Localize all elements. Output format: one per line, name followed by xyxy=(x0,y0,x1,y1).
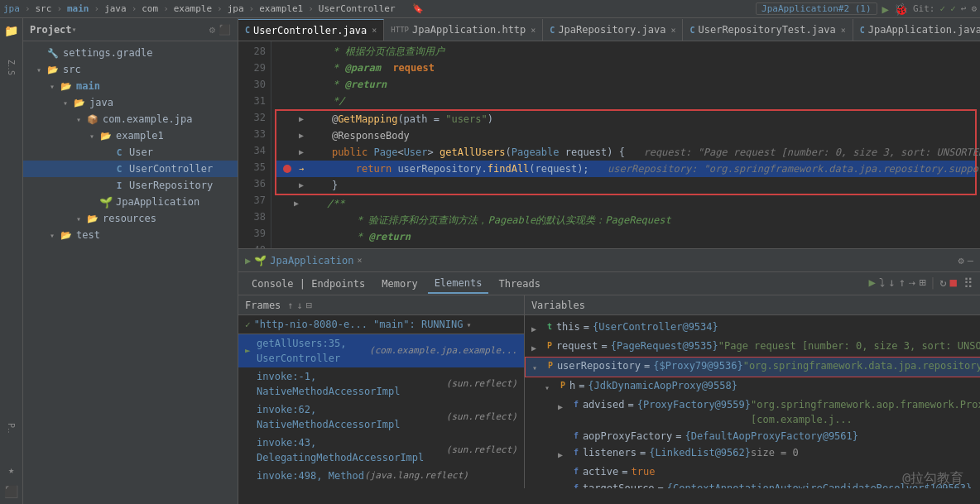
sidebar-item-test[interactable]: ▾ 📂 test xyxy=(23,227,238,243)
debug-subtab-console[interactable]: Console | Endpoints xyxy=(245,274,372,294)
undo-icon[interactable]: ↩ xyxy=(961,3,967,14)
step-into-icon[interactable]: ↓ xyxy=(888,276,895,291)
tab-close-icon[interactable]: × xyxy=(670,26,675,35)
subtab-label: Console | Endpoints xyxy=(252,278,365,290)
breadcrumb-example[interactable]: example xyxy=(174,3,212,14)
code-content[interactable]: * 根据分页信息查询用户 * @param request * @return xyxy=(271,41,980,248)
var-advised[interactable]: ▶ f advised = {ProxyFactory@9559} "org.s… xyxy=(525,396,980,428)
structure-icon[interactable]: Z‥S xyxy=(3,43,20,93)
frame-item[interactable]: invoke:-1, NativeMethodAccessorImpl (sun… xyxy=(238,367,524,401)
breadcrumb-example1[interactable]: example1 xyxy=(259,3,303,14)
breadcrumb-jpa[interactable]: jpa xyxy=(3,3,20,14)
evaluate-icon[interactable]: ⊞ xyxy=(919,276,925,291)
sidebar-item-resources[interactable]: ▾ 📂 resources xyxy=(23,210,238,227)
git-check[interactable]: ✓ xyxy=(940,3,946,14)
sidebar-item-jpaapp[interactable]: 🌱 JpaApplication xyxy=(23,194,238,210)
var-listeners[interactable]: ▶ f listeners = {LinkedList@9562} size =… xyxy=(525,444,980,463)
tab-close-icon[interactable]: × xyxy=(372,26,377,35)
run-cursor-icon[interactable]: ⇢ xyxy=(909,276,915,291)
more-icon[interactable]: ⠿ xyxy=(963,276,973,291)
step-over-icon[interactable]: ⤵ xyxy=(879,276,885,291)
tab-usercontroller[interactable]: C UserController.java × xyxy=(238,19,384,41)
persistence-icon[interactable]: P‥ xyxy=(2,400,21,458)
sidebar-layout-icon[interactable]: ⬛ xyxy=(219,24,231,36)
frames-toolbar: ↑ ↓ ⊟ xyxy=(287,300,312,311)
tab-icon: C xyxy=(245,26,250,35)
frame-item[interactable]: doInvoke:190, InvocableHandlerMethod (or… xyxy=(238,485,524,488)
sidebar-item-java[interactable]: ▾ 📂 java xyxy=(23,94,238,111)
sidebar-item-package[interactable]: ▾ 📦 com.example.jpa xyxy=(23,111,238,127)
tab-icon: HTTP xyxy=(391,26,409,34)
thread-dropdown-icon[interactable]: ▾ xyxy=(467,320,472,329)
run-button[interactable]: ▶ xyxy=(882,2,889,16)
folder-icon: 📂 xyxy=(60,228,73,242)
tab-jpaapplication[interactable]: C JpaApplication.java × xyxy=(853,19,980,41)
frame-item[interactable]: invoke:43, DelegatingMethodAccessorImpl … xyxy=(238,434,524,467)
sidebar-item-main[interactable]: ▾ 📂 main xyxy=(23,78,238,94)
breadcrumb-jpa2[interactable]: jpa xyxy=(228,3,244,14)
stop-icon[interactable]: ■ xyxy=(950,276,957,291)
thread-check-icon: ✓ xyxy=(245,319,251,330)
var-this[interactable]: ▶ t this = {UserController@9534} xyxy=(525,319,980,338)
folder-icon: 📂 xyxy=(73,96,86,109)
sidebar-item-label: settings.gradle xyxy=(63,47,152,59)
tab-jpaapp-http[interactable]: HTTP JpaApplication.http × xyxy=(384,19,543,41)
breadcrumb-src[interactable]: src xyxy=(36,3,52,14)
git-check2[interactable]: ✓ xyxy=(950,3,956,14)
settings-icon2[interactable]: ⚙ xyxy=(958,255,964,266)
rerun-icon[interactable]: ↻ xyxy=(939,276,946,291)
var-aopproxyfactory[interactable]: f aopProxyFactory = {DefaultAopProxyFact… xyxy=(525,428,980,444)
var-h[interactable]: ▾ P h = {JdkDynamicAopProxy@9558} xyxy=(525,377,980,396)
breadcrumb-usercontroller[interactable]: UserController xyxy=(319,3,396,14)
debug-subtab-memory[interactable]: Memory xyxy=(375,274,424,294)
frame-item[interactable]: ► getAllUsers:35, UserController (com.ex… xyxy=(238,334,524,367)
debug-button[interactable]: 🐞 xyxy=(894,2,908,16)
tab-close-icon[interactable]: × xyxy=(841,26,846,35)
editor-tabs: C UserController.java × HTTP JpaApplicat… xyxy=(238,18,980,41)
debug-close-icon[interactable]: × xyxy=(357,256,362,265)
breadcrumb-com[interactable]: com xyxy=(142,3,158,14)
var-type-icon: P xyxy=(556,378,569,393)
frame-item[interactable]: invoke:498, Method (java.lang.reflect) xyxy=(238,467,524,485)
tab-label: UserRepositoryTest.java xyxy=(698,24,835,36)
breadcrumb-main[interactable]: main xyxy=(67,3,89,14)
minimize-icon[interactable]: — xyxy=(968,255,973,266)
resume-icon[interactable]: ▶ xyxy=(869,276,876,291)
code-line-39: * @return xyxy=(271,228,980,245)
tab-icon: C xyxy=(550,26,555,35)
terminal-icon[interactable]: ⬛ xyxy=(2,482,21,501)
up-icon[interactable]: ↑ xyxy=(287,300,293,311)
tab-userrepotest[interactable]: C UserRepositoryTest.java × xyxy=(683,19,853,41)
var-request[interactable]: ▶ P request = {PageRequest@9535} "Page r… xyxy=(525,338,980,357)
debug-run-icon[interactable]: ▶ xyxy=(245,255,251,266)
sidebar-item-label: com.example.jpa xyxy=(103,113,192,125)
sidebar-item-user[interactable]: C User xyxy=(23,144,238,161)
step-out-icon[interactable]: ↑ xyxy=(898,276,905,291)
favorites-icon[interactable]: ★ xyxy=(2,461,21,479)
code-line-33: ▶ @ResponseBody xyxy=(276,127,975,144)
sidebar-item-usercontroller[interactable]: C UserController xyxy=(23,161,238,177)
run-config-label: JpaApplication#2 (1) xyxy=(756,2,877,15)
debug-subtab-threads[interactable]: Threads xyxy=(492,274,547,294)
debug-subtab-elements[interactable]: Elements xyxy=(428,274,489,294)
var-userrepository[interactable]: ▾ P userRepository = {$Proxy79@9536} "or… xyxy=(525,357,980,377)
frame-item[interactable]: invoke:62, NativeMethodAccessorImpl (sun… xyxy=(238,401,524,434)
sidebar-item-example1[interactable]: ▾ 📂 example1 xyxy=(23,127,238,144)
settings-icon[interactable]: ⚙ xyxy=(971,3,977,14)
tab-close-icon[interactable]: × xyxy=(531,26,536,35)
sidebar-item-src[interactable]: ▾ 📂 src xyxy=(23,61,238,78)
debug-vars-panel: Variables ▶ t this = {UserController@953… xyxy=(525,295,980,488)
sidebar-gear-icon[interactable]: ⚙ xyxy=(209,24,215,36)
debug-session-label[interactable]: 🌱 JpaApplication × xyxy=(254,255,362,266)
breadcrumb-java[interactable]: java xyxy=(104,3,127,14)
down-icon[interactable]: ↓ xyxy=(297,300,303,311)
tab-jparepository[interactable]: C JpaRepository.java × xyxy=(543,19,683,41)
sidebar-item-settings[interactable]: 🔧 settings.gradle xyxy=(23,45,238,61)
filter-icon[interactable]: ⊟ xyxy=(306,300,312,311)
tab-label: JpaRepository.java xyxy=(558,24,665,36)
sidebar-item-label: test xyxy=(76,229,100,241)
sidebar-item-userrepository[interactable]: I UserRepository xyxy=(23,177,238,194)
code-line-28: * 根据分页信息查询用户 xyxy=(271,43,980,60)
project-icon[interactable]: 📁 xyxy=(2,22,21,40)
spring-debug-icon: 🌱 xyxy=(254,255,267,266)
